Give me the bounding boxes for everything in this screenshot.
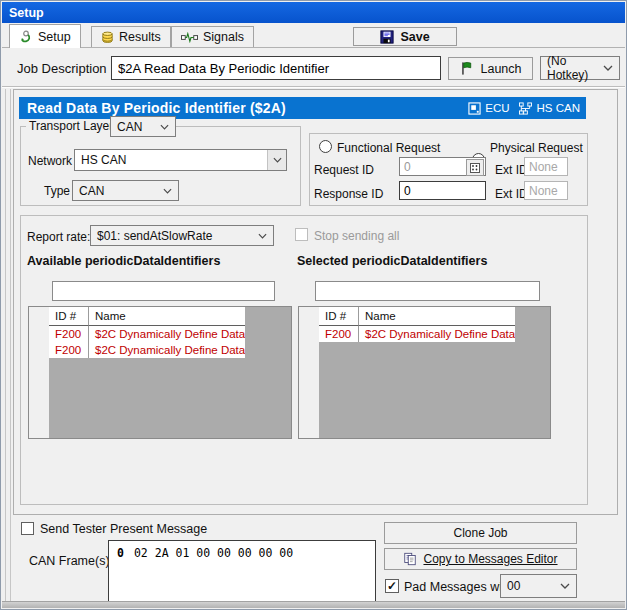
available-identifiers-grid[interactable]: ID # Name F200 $2C Dynamically Define Da… [28,306,292,439]
chevron-down-icon [560,583,570,589]
chevron-down-icon [160,124,169,130]
request-id-value: 0 [404,160,411,174]
pad-value: 00 [507,579,520,593]
send-tester-present-checkbox[interactable] [21,522,34,535]
window-bottom-frame [2,601,625,608]
report-rate-select[interactable]: $01: sendAtSlowRate [90,225,274,246]
column-header-name[interactable]: Name [358,307,515,326]
can-frames-label: CAN Frame(s) [29,554,110,568]
ecu-badge-label: ECU [485,102,509,114]
selected-filter-input[interactable] [315,281,540,301]
clone-job-label: Clone Job [453,526,507,540]
job-description-input[interactable] [111,56,441,80]
frame-bytes: 02 2A 01 00 00 00 00 00 [134,546,293,560]
pad-messages-checkbox[interactable]: ✓ [385,579,399,593]
chevron-down-icon [163,188,172,194]
window-titlebar: Setup [2,2,625,23]
tab-setup-label: Setup [38,30,71,44]
copy-to-messages-editor-label: Copy to Messages Editor [423,552,557,566]
transport-layer-value: CAN [117,120,142,134]
combo-drop-button[interactable] [267,150,286,170]
type-value: CAN [79,184,104,198]
functional-request-label: Functional Request [337,141,440,155]
clone-job-button[interactable]: Clone Job [384,522,577,544]
response-id-field[interactable]: 0 [399,181,486,200]
database-icon [101,31,114,44]
tab-signals[interactable]: Signals [171,26,254,47]
cell-name[interactable]: $2C Dynamically Define Data Id [88,326,245,342]
request-id-label: Request ID [314,163,374,177]
id-picker-button[interactable] [466,159,484,176]
setup-window: Setup Setup Results [0,0,627,610]
signal-waveform-icon [181,32,198,43]
request-ext-id-field: None [524,157,568,176]
keypad-grid-icon [470,163,480,173]
network-value: HS CAN [75,153,267,167]
grid-header-row: ID # Name [319,307,515,326]
table-row[interactable]: F200 $2C Dynamically Define Data Id [49,342,245,358]
launch-button-label: Launch [480,62,521,76]
hotkey-select[interactable]: (No Hotkey) [540,56,620,80]
request-id-field[interactable]: 0 [399,157,486,176]
response-id-label: Response ID [314,187,383,201]
frame-index: 0 [117,546,124,560]
cell-id[interactable]: F200 [49,342,88,358]
type-select[interactable]: CAN [72,180,179,201]
section-header: Read Data By Periodic Identifier ($2A) E… [19,97,586,119]
launch-button[interactable]: Launch [448,57,533,80]
physical-request-label: Physical Request [490,141,583,155]
column-header-name[interactable]: Name [88,307,245,326]
chevron-down-icon [258,233,267,239]
hotkey-value: (No Hotkey) [547,54,603,82]
bus-badge-label: HS CAN [537,102,580,114]
job-description-label: Job Description [17,61,107,76]
copy-icon [403,552,417,566]
available-identifiers-title: Available periodicDataIdentifiers [27,254,220,268]
response-ext-id-field: None [524,181,568,200]
transport-layer-label: Transport Layer [26,119,116,133]
table-row[interactable]: F200 $2C Dynamically Define Data Id [49,326,245,342]
column-header-id[interactable]: ID # [319,307,358,326]
cell-id[interactable]: F200 [49,326,88,342]
tab-results-label: Results [119,30,161,44]
save-floppy-icon [380,30,394,44]
window-title: Setup [9,6,44,20]
can-frames-box[interactable]: 002 2A 01 00 00 00 00 00 [108,540,376,602]
tab-setup[interactable]: Setup [9,24,81,48]
response-ext-id-value: None [529,184,558,198]
copy-to-messages-editor-button[interactable]: Copy to Messages Editor [384,548,577,570]
network-combo[interactable]: HS CAN [74,149,287,171]
row-selector-gutter [299,307,319,438]
wrench-icon [19,30,33,44]
transport-layer-select[interactable]: CAN [110,116,176,137]
selected-identifiers-title: Selected periodicDataIdentifiers [297,254,487,268]
network-nodes-icon [518,102,533,115]
response-ext-id-label: Ext ID [495,187,528,201]
available-filter-input[interactable] [52,281,275,301]
panel-splitter[interactable] [5,89,11,603]
cell-id[interactable]: F200 [319,326,358,342]
type-label: Type [44,184,70,198]
tabstrip-divider [2,47,625,48]
response-id-value: 0 [404,184,411,198]
report-rate-value: $01: sendAtSlowRate [97,229,212,243]
stop-sending-all-checkbox [295,228,308,241]
tab-results[interactable]: Results [91,26,171,47]
stop-sending-all-label: Stop sending all [314,229,399,243]
pad-value-select[interactable]: 00 [500,574,577,598]
cell-name[interactable]: $2C Dynamically Define Data Id [88,342,245,358]
column-header-id[interactable]: ID # [49,307,88,326]
network-label: Network [28,154,72,168]
selected-identifiers-grid[interactable]: ID # Name F200 $2C Dynamically Define Da… [298,306,551,439]
request-ext-id-label: Ext ID [495,163,528,177]
pad-messages-label: Pad Messages with [404,580,512,594]
functional-request-radio[interactable] [319,140,332,153]
tab-signals-label: Signals [203,30,244,44]
save-button[interactable]: Save [353,27,457,46]
send-tester-present-label: Send Tester Present Message [40,522,207,536]
separator-line [2,86,625,88]
table-row[interactable]: F200 $2C Dynamically Define Data Id [319,326,515,342]
cell-name[interactable]: $2C Dynamically Define Data Id [358,326,515,342]
report-rate-label: Report rate: [27,230,90,244]
save-button-label: Save [400,30,429,44]
